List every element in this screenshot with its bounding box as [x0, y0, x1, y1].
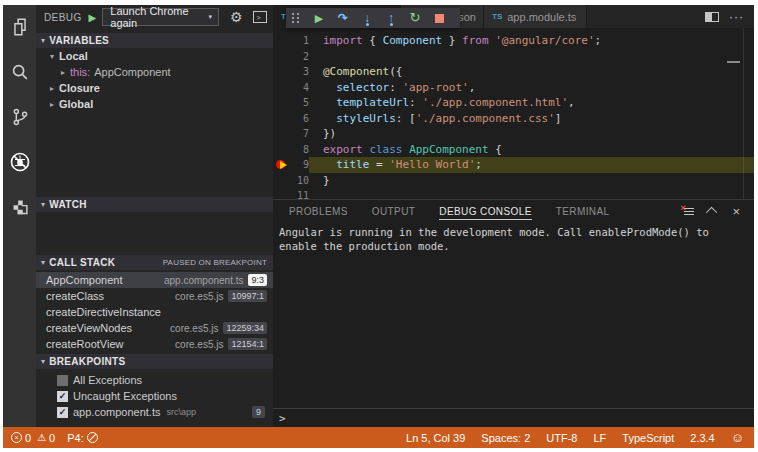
indentation-status[interactable]: Spaces: 2 [481, 432, 530, 444]
stack-frame[interactable]: createViewNodes core.es5.js 12259:34 [36, 320, 273, 336]
code-text[interactable]: export class AppComponent { [309, 142, 754, 158]
restart-button[interactable]: ↻ [403, 8, 427, 28]
code-line[interactable]: 6 styleUrls: ['./app.component.css'] [273, 111, 754, 127]
overview-ruler[interactable] [743, 28, 744, 199]
breakpoint-gutter[interactable] [273, 126, 289, 142]
eol-status[interactable]: LF [593, 432, 606, 444]
stack-frame[interactable]: createClass core.es5.js 10997:1 [36, 288, 273, 304]
stack-frame[interactable]: AppComponent app.component.ts 9:3 [36, 272, 273, 288]
variables-header[interactable]: ▾ VARIABLES [36, 33, 273, 48]
open-console-icon[interactable]: > [253, 11, 267, 23]
code-text[interactable] [309, 49, 754, 65]
breakpoint-gutter[interactable] [273, 188, 289, 199]
breakpoint-gutter[interactable] [273, 33, 289, 49]
debug-icon[interactable] [8, 150, 32, 174]
source-control-icon[interactable] [8, 105, 32, 129]
scope-global[interactable]: ▸ Global [36, 96, 273, 112]
line-number[interactable]: 8 [289, 144, 309, 155]
checkbox-unchecked[interactable] [57, 375, 68, 386]
line-number[interactable]: 9 [289, 159, 309, 170]
code-line[interactable]: 2 [273, 49, 754, 65]
stack-frame[interactable]: createDirectiveInstance [36, 304, 273, 320]
gear-icon[interactable]: ⚙ [230, 10, 243, 24]
perforce-status[interactable]: P4: [67, 432, 98, 444]
search-icon[interactable] [8, 60, 32, 84]
stack-frame[interactable]: createRootView core.es5.js 12154:1 [36, 336, 273, 352]
watch-header[interactable]: ▾ WATCH [36, 197, 273, 212]
encoding-status[interactable]: UTF-8 [546, 432, 577, 444]
code-line[interactable]: 3@Component({ [273, 64, 754, 80]
tab-problems[interactable]: PROBLEMS [289, 203, 348, 219]
launch-config-dropdown[interactable]: Launch Chrome again ▾ [102, 8, 219, 26]
code-text[interactable]: } [309, 173, 754, 189]
tab-terminal[interactable]: TERMINAL [556, 203, 610, 219]
code-text[interactable]: import { Component } from '@angular/core… [309, 33, 754, 49]
tab-output[interactable]: OUTPUT [372, 203, 416, 219]
close-panel-icon[interactable]: × [732, 205, 740, 218]
code-line[interactable]: 4 selector: 'app-root', [273, 80, 754, 96]
code-line[interactable]: 11 [273, 188, 754, 199]
errors-status[interactable]: × 0 [11, 432, 31, 444]
breakpoint-gutter[interactable] [273, 95, 289, 111]
scope-local[interactable]: ▾ Local [36, 48, 273, 64]
code-line[interactable]: 9 title = 'Hello World'; [273, 157, 754, 173]
line-number[interactable]: 2 [289, 51, 309, 62]
code-text[interactable]: selector: 'app-root', [309, 80, 754, 96]
code-text[interactable]: @Component({ [309, 64, 754, 80]
drag-handle-icon[interactable] [292, 13, 299, 23]
code-text[interactable]: styleUrls: ['./app.component.css'] [309, 111, 754, 127]
checkbox-checked[interactable]: ✓ [57, 391, 68, 402]
breakpoint-gutter[interactable] [273, 80, 289, 96]
feedback-smiley-icon[interactable]: ☺ [731, 431, 744, 444]
checkbox-checked[interactable]: ✓ [57, 407, 68, 418]
code-line[interactable]: 7}) [273, 126, 754, 142]
language-mode-status[interactable]: TypeScript [622, 432, 674, 444]
code-text[interactable]: title = 'Hello World'; [309, 157, 754, 173]
scope-closure[interactable]: ▸ Closure [36, 80, 273, 96]
step-over-button[interactable]: ↷ [331, 8, 355, 28]
variable-this[interactable]: ▸ this: AppComponent [36, 64, 273, 80]
line-number[interactable]: 1 [289, 35, 309, 46]
extensions-icon[interactable] [8, 195, 32, 219]
line-number[interactable]: 6 [289, 113, 309, 124]
code-text[interactable] [309, 188, 754, 199]
breakpoint-item[interactable]: ✓ Uncaught Exceptions [36, 388, 273, 404]
line-number[interactable]: 3 [289, 66, 309, 77]
explorer-icon[interactable] [8, 15, 32, 39]
line-number[interactable]: 7 [289, 128, 309, 139]
code-line[interactable]: 10} [273, 173, 754, 189]
breakpoint-item[interactable]: All Exceptions [36, 372, 273, 388]
ts-version-status[interactable]: 2.3.4 [690, 432, 714, 444]
line-number[interactable]: 10 [289, 175, 309, 186]
breakpoint-gutter[interactable] [273, 157, 289, 173]
tab-app-module-ts[interactable]: TS app.module.ts [484, 5, 587, 28]
cursor-position-status[interactable]: Ln 5, Col 39 [406, 432, 465, 444]
stop-button[interactable] [427, 14, 451, 23]
code-text[interactable]: }) [309, 126, 754, 142]
code-line[interactable]: 1import { Component } from '@angular/cor… [273, 33, 754, 49]
split-editor-icon[interactable] [705, 12, 719, 22]
breakpoint-gutter[interactable] [273, 111, 289, 127]
line-number[interactable]: 4 [289, 82, 309, 93]
line-number[interactable]: 11 [289, 190, 309, 199]
code-text[interactable]: templateUrl: './app.component.html', [309, 95, 754, 111]
start-debug-icon[interactable]: ▶ [89, 12, 97, 23]
code-line[interactable]: 8export class AppComponent { [273, 142, 754, 158]
warnings-status[interactable]: ⚠ 0 [37, 432, 55, 444]
step-out-button[interactable]: ↑ [379, 8, 403, 28]
breakpoint-item[interactable]: ✓ app.component.ts src\app 9 [36, 404, 273, 420]
debug-console-input[interactable]: > [273, 408, 754, 427]
code-line[interactable]: 5 templateUrl: './app.component.html', [273, 95, 754, 111]
step-into-button[interactable]: ↓ [355, 8, 379, 28]
code-editor[interactable]: 1import { Component } from '@angular/cor… [273, 28, 754, 199]
breakpoint-gutter[interactable] [273, 173, 289, 189]
call-stack-header[interactable]: ▾ CALL STACK PAUSED ON BREAKPOINT [36, 255, 273, 270]
breakpoint-gutter[interactable] [273, 142, 289, 158]
maximize-panel-icon[interactable] [706, 207, 717, 218]
breakpoint-gutter[interactable] [273, 49, 289, 65]
clear-console-icon[interactable]: × [682, 206, 694, 217]
breakpoint-gutter[interactable] [273, 64, 289, 80]
breakpoints-header[interactable]: ▾ BREAKPOINTS [36, 354, 273, 369]
line-number[interactable]: 5 [289, 97, 309, 108]
tab-debug-console[interactable]: DEBUG CONSOLE [439, 203, 531, 220]
